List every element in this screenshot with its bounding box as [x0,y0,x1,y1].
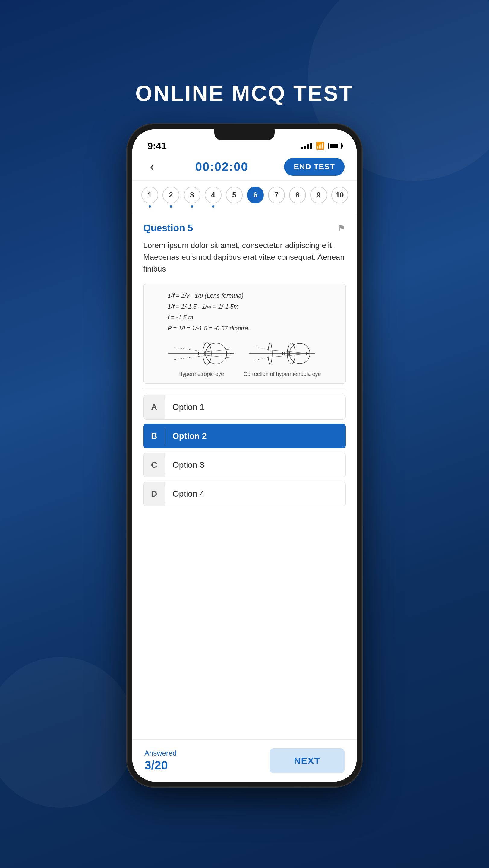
diagrams-row: N N' Hypermetropic eye [150,338,339,377]
content-area: ‹ 00:02:00 END TEST 12345678910 Question… [132,153,357,781]
question-number-dot [212,205,214,208]
end-test-button[interactable]: END TEST [284,158,344,176]
option-item[interactable]: BOption 2 [143,424,346,448]
question-area: Question 5 ⚑ Lorem ipsum dolor sit amet,… [132,214,357,739]
question-title: Question 5 [143,222,193,234]
back-button[interactable]: ‹ [145,159,159,175]
option-text: Option 3 [165,460,345,470]
svg-text:N': N' [286,352,290,356]
option-item[interactable]: DOption 4 [143,482,346,506]
svg-line-16 [255,357,270,360]
svg-line-18 [270,355,291,357]
svg-line-20 [291,353,308,355]
wifi-icon: 📶 [316,142,325,150]
question-number-item[interactable]: 1 [142,187,158,208]
battery-icon [328,143,342,149]
diagram-1-label: Hypermetropic eye [179,371,224,377]
svg-line-6 [174,355,207,360]
options-list: AOption 1BOption 2COption 3DOption 4 [132,390,357,511]
option-text: Option 2 [165,431,345,441]
question-number-item[interactable]: 7 [268,187,285,208]
phone-notch [214,129,275,140]
option-letter: B [144,424,164,448]
answered-section: Answered 3/20 [145,749,177,772]
option-item[interactable]: AOption 1 [143,395,346,420]
svg-marker-9 [230,352,233,355]
svg-line-17 [270,350,291,352]
svg-text:N: N [198,352,201,356]
option-letter: D [144,482,164,506]
footer-bar: Answered 3/20 NEXT [132,739,357,781]
question-number-circle[interactable]: 1 [142,187,158,204]
question-number-item[interactable]: 6 [247,187,264,208]
question-number-circle[interactable]: 2 [162,187,179,204]
svg-line-8 [207,355,231,358]
status-time: 9:41 [147,141,167,152]
option-text: Option 4 [165,489,345,499]
option-letter: C [144,453,164,477]
answered-count: 3/20 [145,758,177,772]
question-number-item[interactable]: 2 [162,187,179,208]
question-number-circle[interactable]: 4 [205,187,222,204]
svg-line-15 [255,347,270,350]
signal-icon [301,142,312,150]
question-number-item[interactable]: 9 [310,187,327,208]
question-number-dot [170,205,172,208]
phone-screen: 9:41 📶 ‹ 00:02:00 END TEST [132,129,357,781]
timer-display: 00:02:00 [195,160,248,174]
formula-line: f = -1.5 m [167,312,339,323]
question-number-circle[interactable]: 10 [331,187,348,204]
question-number-item[interactable]: 3 [184,187,201,208]
question-numbers-row: 12345678910 [132,181,357,214]
correction-eye-diagram: N N' [249,338,315,369]
question-number-dot [149,205,151,208]
formula-line: 1/f = 1/v - 1/u (Lens formula) [167,290,339,301]
question-number-circle[interactable]: 3 [184,187,201,204]
question-header: Question 5 ⚑ [132,214,357,237]
answered-label: Answered [145,749,177,757]
question-text: Lorem ipsum dolor sit amet, consectetur … [132,237,357,281]
svg-line-5 [174,347,207,352]
question-number-item[interactable]: 4 [205,187,222,208]
svg-text:N: N [282,352,285,356]
question-number-circle[interactable]: 9 [310,187,327,204]
question-number-circle[interactable]: 6 [247,187,264,204]
next-button[interactable]: NEXT [270,748,344,773]
flag-icon[interactable]: ⚑ [338,223,346,233]
formula-section: 1/f = 1/v - 1/u (Lens formula)1/f = 1/-1… [150,290,339,334]
option-item[interactable]: COption 3 [143,453,346,477]
page-title: ONLINE MCQ TEST [135,81,354,106]
diagram-area: 1/f = 1/v - 1/u (Lens formula)1/f = 1/-1… [143,284,346,384]
question-number-circle[interactable]: 7 [268,187,285,204]
svg-line-7 [207,349,231,352]
diagram-1: N N' Hypermetropic eye [168,338,234,377]
option-text: Option 1 [165,402,345,412]
question-number-item[interactable]: 5 [226,187,243,208]
question-number-circle[interactable]: 8 [289,187,306,204]
hypermetropic-eye-diagram: N N' [168,338,234,369]
header-bar: ‹ 00:02:00 END TEST [132,153,357,181]
diagram-2-label: Correction of hypermetropia eye [243,371,321,377]
question-number-item[interactable]: 8 [289,187,306,208]
svg-line-19 [291,352,308,353]
phone-frame: 9:41 📶 ‹ 00:02:00 END TEST [127,124,362,787]
diagram-2: N N' Correction of [243,338,321,377]
option-letter: A [144,395,164,419]
question-number-dot [191,205,193,208]
formula-line: P = 1/f = 1/-1.5 = -0.67 dioptre. [167,323,339,334]
svg-text:N': N' [202,352,206,356]
status-icons: 📶 [301,142,342,150]
back-arrow-icon: ‹ [150,161,154,173]
svg-marker-21 [306,352,309,355]
question-number-circle[interactable]: 5 [226,187,243,204]
question-number-item[interactable]: 10 [331,187,348,208]
formula-line: 1/f = 1/-1.5 - 1/∞ = 1/-1.5m [167,301,339,312]
